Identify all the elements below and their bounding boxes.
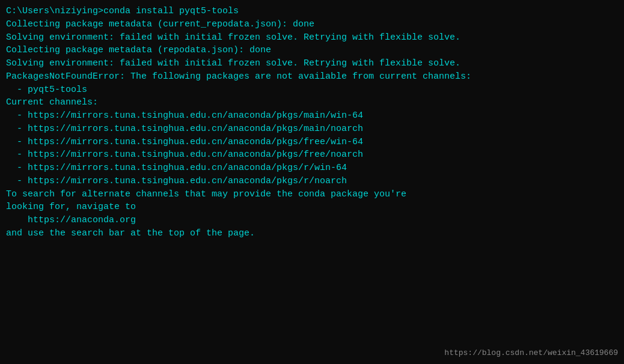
- terminal-line-error: PackagesNotFoundError: The following pac…: [6, 70, 618, 83]
- terminal-line-cmd: C:\Users\niziying>conda install pyqt5-to…: [6, 5, 618, 18]
- terminal-line-ch2: - https://mirrors.tuna.tsinghua.edu.cn/a…: [6, 123, 618, 136]
- terminal-line-solving1: Solving environment: failed with initial…: [6, 31, 618, 44]
- terminal-line-ch1: - https://mirrors.tuna.tsinghua.edu.cn/a…: [6, 109, 618, 123]
- terminal-line-ch3: - https://mirrors.tuna.tsinghua.edu.cn/a…: [6, 136, 618, 149]
- terminal-line-use: and use the search bar at the top of the…: [6, 227, 618, 240]
- terminal-line-current: Current channels:: [6, 96, 618, 109]
- terminal-line-search1: To search for alternate channels that ma…: [6, 188, 618, 201]
- terminal-line-collecting2: Collecting package metadata (repodata.js…: [6, 44, 618, 57]
- terminal-line-ch5: - https://mirrors.tuna.tsinghua.edu.cn/a…: [6, 162, 618, 175]
- terminal-line-ch6: - https://mirrors.tuna.tsinghua.edu.cn/a…: [6, 175, 618, 188]
- terminal-line-ch4: - https://mirrors.tuna.tsinghua.edu.cn/a…: [6, 148, 618, 162]
- terminal-line-collecting1: Collecting package metadata (current_rep…: [6, 18, 618, 31]
- terminal-window: C:\Users\niziying>conda install pyqt5-to…: [0, 0, 624, 364]
- watermark: https://blog.csdn.net/weixin_43619669: [444, 348, 618, 359]
- terminal-line-url: https://anaconda.org: [6, 214, 618, 227]
- terminal-line-solving2: Solving environment: failed with initial…: [6, 57, 618, 70]
- terminal-line-search2: looking for, navigate to: [6, 201, 618, 214]
- terminal-content: C:\Users\niziying>conda install pyqt5-to…: [6, 5, 618, 240]
- terminal-line-pkg: - pyqt5-tools: [6, 83, 618, 97]
